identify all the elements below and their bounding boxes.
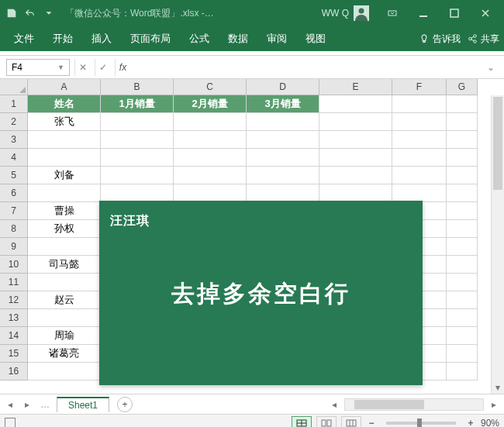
cell[interactable] bbox=[319, 184, 392, 202]
save-icon[interactable] bbox=[3, 5, 20, 22]
cell[interactable] bbox=[447, 202, 478, 220]
cell[interactable] bbox=[447, 345, 478, 363]
zoom-out-icon[interactable]: − bbox=[366, 418, 377, 427]
view-normal-icon[interactable] bbox=[292, 416, 312, 427]
zoom-level[interactable]: 90% bbox=[481, 418, 499, 427]
cell[interactable] bbox=[101, 149, 174, 167]
worksheet-grid[interactable]: ABCDEFG 12345678910111213141516 姓名1月销量2月… bbox=[0, 79, 504, 394]
cell[interactable] bbox=[447, 95, 478, 113]
cancel-formula-icon[interactable]: ✕ bbox=[74, 59, 90, 76]
zoom-slider[interactable] bbox=[386, 422, 456, 425]
cell[interactable] bbox=[447, 167, 478, 184]
tab-formulas[interactable]: 公式 bbox=[180, 27, 219, 50]
row-header[interactable]: 11 bbox=[0, 274, 28, 291]
cell[interactable] bbox=[174, 167, 247, 184]
row-header[interactable]: 9 bbox=[0, 238, 28, 256]
formula-input[interactable] bbox=[135, 59, 479, 76]
cell[interactable] bbox=[319, 131, 392, 149]
vertical-scrollbar[interactable]: ▴ ▾ bbox=[491, 95, 504, 394]
row-header[interactable]: 12 bbox=[0, 291, 28, 309]
cell[interactable] bbox=[392, 95, 447, 113]
tab-review[interactable]: 审阅 bbox=[257, 27, 296, 50]
scroll-thumb[interactable] bbox=[493, 97, 502, 190]
cell[interactable] bbox=[247, 184, 319, 202]
expand-formula-icon[interactable]: ⌄ bbox=[484, 62, 498, 73]
cell[interactable] bbox=[392, 113, 447, 131]
cell[interactable] bbox=[447, 131, 478, 149]
ribbon-options-icon[interactable] bbox=[377, 2, 408, 24]
cell[interactable] bbox=[174, 113, 247, 131]
cell[interactable]: 曹操 bbox=[28, 202, 101, 220]
cell[interactable] bbox=[174, 131, 247, 149]
name-box[interactable]: F4 ▼ bbox=[6, 59, 70, 76]
cell[interactable] bbox=[447, 309, 478, 327]
fx-icon[interactable]: fx bbox=[115, 59, 130, 76]
view-pagelayout-icon[interactable] bbox=[316, 416, 337, 427]
cell[interactable] bbox=[28, 149, 101, 167]
cell[interactable] bbox=[447, 184, 478, 202]
cell[interactable] bbox=[392, 149, 447, 167]
cell[interactable]: 张飞 bbox=[28, 113, 101, 131]
cell[interactable] bbox=[28, 309, 101, 327]
cell[interactable] bbox=[447, 220, 478, 238]
cell[interactable] bbox=[28, 238, 101, 256]
col-header[interactable]: D bbox=[247, 79, 319, 95]
cell[interactable] bbox=[28, 184, 101, 202]
tell-me[interactable]: 告诉我 bbox=[419, 33, 461, 46]
cell[interactable] bbox=[28, 131, 101, 149]
cell[interactable] bbox=[101, 167, 174, 184]
add-sheet-button[interactable]: + bbox=[117, 397, 133, 412]
cell[interactable] bbox=[101, 113, 174, 131]
row-header[interactable]: 2 bbox=[0, 113, 28, 131]
macro-record-icon[interactable] bbox=[5, 418, 16, 427]
cell[interactable]: 1月销量 bbox=[101, 95, 174, 113]
tab-nav-prev-icon[interactable]: ◂ bbox=[3, 398, 17, 412]
qat-dropdown-icon[interactable] bbox=[40, 5, 57, 22]
tab-insert[interactable]: 插入 bbox=[82, 27, 121, 50]
close-icon[interactable] bbox=[470, 2, 501, 24]
share-button[interactable]: 共享 bbox=[467, 33, 499, 46]
row-header[interactable]: 5 bbox=[0, 167, 28, 184]
confirm-formula-icon[interactable]: ✓ bbox=[95, 59, 110, 76]
cell[interactable] bbox=[101, 131, 174, 149]
cell[interactable] bbox=[447, 274, 478, 291]
cell[interactable] bbox=[392, 167, 447, 184]
row-header[interactable]: 14 bbox=[0, 327, 28, 345]
row-header[interactable]: 6 bbox=[0, 184, 28, 202]
tab-view[interactable]: 视图 bbox=[296, 27, 335, 50]
minimize-icon[interactable] bbox=[408, 2, 439, 24]
cell[interactable]: 2月销量 bbox=[174, 95, 247, 113]
tab-home[interactable]: 开始 bbox=[43, 27, 82, 50]
hscroll-thumb[interactable] bbox=[354, 400, 424, 409]
cell[interactable] bbox=[392, 184, 447, 202]
cell[interactable]: 3月销量 bbox=[247, 95, 319, 113]
cell[interactable] bbox=[447, 363, 478, 381]
maximize-icon[interactable] bbox=[439, 2, 470, 24]
cell[interactable] bbox=[28, 274, 101, 291]
cell[interactable] bbox=[392, 131, 447, 149]
cell[interactable]: 刘备 bbox=[28, 167, 101, 184]
cell[interactable] bbox=[101, 184, 174, 202]
cell[interactable] bbox=[447, 256, 478, 274]
zoom-in-icon[interactable]: + bbox=[465, 418, 476, 427]
cell[interactable] bbox=[247, 167, 319, 184]
col-header[interactable]: E bbox=[319, 79, 392, 95]
cell[interactable]: 诸葛亮 bbox=[28, 345, 101, 363]
row-header[interactable]: 4 bbox=[0, 149, 28, 167]
cell[interactable] bbox=[174, 184, 247, 202]
cell[interactable] bbox=[28, 363, 101, 381]
col-header[interactable]: G bbox=[447, 79, 478, 95]
cell[interactable] bbox=[447, 327, 478, 345]
row-header[interactable]: 15 bbox=[0, 345, 28, 363]
row-header[interactable]: 3 bbox=[0, 131, 28, 149]
cell[interactable]: 姓名 bbox=[28, 95, 101, 113]
sheet-tab[interactable]: Sheet1 bbox=[57, 397, 109, 412]
col-header[interactable]: F bbox=[392, 79, 447, 95]
select-all-corner[interactable] bbox=[0, 79, 28, 95]
cell[interactable]: 司马懿 bbox=[28, 256, 101, 274]
cell[interactable] bbox=[319, 113, 392, 131]
row-headers[interactable]: 12345678910111213141516 bbox=[0, 95, 28, 394]
view-pagebreak-icon[interactable] bbox=[341, 416, 361, 427]
cell[interactable] bbox=[447, 149, 478, 167]
cell[interactable] bbox=[447, 291, 478, 309]
